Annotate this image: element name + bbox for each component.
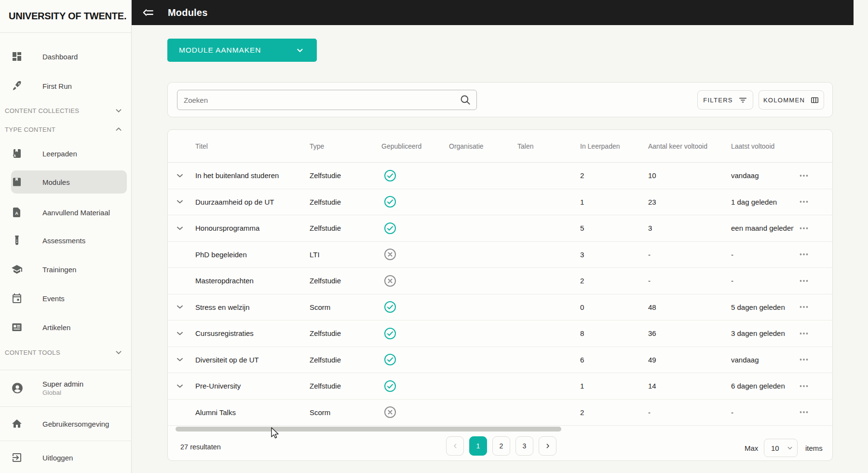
search-input[interactable] (177, 96, 459, 104)
table-body: In het buitenland studeren Zelfstudie 2 … (168, 163, 832, 426)
sidebar-divider (0, 370, 132, 370)
sidebar-item-label: First Run (42, 82, 72, 90)
row-menu-icon[interactable] (798, 170, 810, 181)
pagination-page-2[interactable]: 2 (492, 436, 510, 456)
row-menu-icon[interactable] (798, 196, 810, 208)
sidebar-item-label: Aanvullend Materiaal (42, 209, 110, 217)
published-check-icon (384, 353, 396, 366)
sidebar-item-leerpaden[interactable]: A Leerpaden (11, 142, 127, 165)
module-aantal-voltooid: 10 (648, 171, 731, 180)
sidebar-section-content-tools[interactable]: CONTENT TOOLS (5, 347, 127, 358)
sidebar-item-assessments[interactable]: Assessments (11, 229, 127, 252)
sidebar-item-gebruikersomgeving[interactable]: Gebruikersomgeving (11, 412, 127, 435)
row-menu-icon[interactable] (798, 275, 810, 287)
column-header-in-leerpaden[interactable]: In Leerpaden (580, 142, 648, 150)
results-count: 27 resultaten (180, 443, 221, 451)
search-box (177, 90, 477, 110)
row-menu-icon[interactable] (798, 380, 810, 392)
module-laatst-voltooid: vandaag (731, 171, 794, 180)
module-laatst-voltooid: 6 dagen geleden (731, 382, 794, 390)
module-title: PhD begeleiden (192, 250, 310, 259)
search-icon[interactable] (459, 94, 472, 106)
sidebar-item-first-run[interactable]: First Run (11, 74, 127, 97)
sidebar-item-dashboard[interactable]: Dashboard (11, 45, 127, 68)
row-menu-icon[interactable] (798, 354, 810, 365)
table-row: Honoursprogramma Zelfstudie 5 3 een maan… (168, 215, 832, 242)
row-menu-icon[interactable] (798, 406, 810, 418)
column-header-aantal-keer-voltooid[interactable]: Aantal keer voltooid (648, 142, 731, 150)
column-header-titel[interactable]: Titel (192, 142, 310, 150)
artikelen-icon (11, 321, 23, 333)
column-header-type[interactable]: Type (310, 142, 381, 150)
module-type: Zelfstudie (310, 277, 381, 285)
expand-row-icon[interactable] (175, 354, 185, 365)
module-laatst-voltooid: 3 dagen geleden (731, 329, 794, 337)
column-header-laatst-voltooid[interactable]: Laatst voltooid (731, 142, 794, 150)
row-menu-icon[interactable] (798, 328, 810, 339)
sidebar-divider (0, 441, 132, 441)
filters-button[interactable]: FILTERS (697, 90, 753, 110)
expand-row-icon[interactable] (175, 381, 185, 391)
module-type: Scorm (310, 303, 381, 311)
sidebar-item-aanvullend-materiaal[interactable]: A Aanvullend Materiaal (11, 201, 127, 224)
sidebar-item-events[interactable]: Events (11, 287, 127, 310)
pagination-next-button[interactable] (539, 436, 556, 456)
sidebar-item-label: Trainingen (42, 265, 76, 274)
trainingen-icon (11, 264, 23, 275)
brand-logo: UNIVERSITY OF TWENTE. (0, 0, 131, 33)
expand-row-icon[interactable] (175, 170, 185, 181)
pagination-prev-button[interactable] (446, 436, 464, 456)
horizontal-scrollbar[interactable] (176, 427, 561, 431)
module-aantal-voltooid: 48 (648, 303, 731, 311)
max-items-select[interactable]: 10 (764, 439, 798, 457)
expand-row-icon[interactable] (175, 196, 185, 207)
published-check-icon (384, 195, 396, 208)
collapse-sidebar-button[interactable] (140, 4, 156, 21)
assessments-icon (11, 235, 23, 246)
sidebar-item-trainingen[interactable]: Trainingen (11, 258, 127, 281)
module-in-leerpaden: 2 (580, 277, 648, 285)
table-row: Duurzaamheid op de UT Zelfstudie 1 23 1 … (168, 189, 832, 216)
sidebar-divider (0, 406, 132, 407)
module-type: Zelfstudie (310, 329, 381, 337)
expand-row-icon[interactable] (175, 223, 185, 234)
module-in-leerpaden: 3 (580, 250, 648, 259)
sidebar-item-artikelen[interactable]: Artikelen (11, 316, 127, 339)
sidebar-item-label: Events (42, 294, 65, 303)
module-aantal-voltooid: 23 (648, 198, 731, 206)
svg-text:A: A (15, 211, 18, 216)
expand-row-icon[interactable] (175, 328, 185, 339)
user-menu[interactable]: Super admin Global (11, 376, 127, 401)
module-in-leerpaden: 5 (580, 224, 648, 232)
module-in-leerpaden: 1 (580, 198, 648, 206)
table-row: Pre-University Zelfstudie 1 14 6 dagen g… (168, 373, 832, 400)
pagination-page-1[interactable]: 1 (469, 436, 487, 456)
row-menu-icon[interactable] (798, 249, 810, 260)
sidebar-section-type-content[interactable]: TYPE CONTENT (5, 124, 127, 135)
filter-icon (738, 96, 747, 105)
pagination: 1 2 3 (446, 436, 556, 456)
pagination-page-3[interactable]: 3 (515, 436, 533, 456)
module-aanmaken-button[interactable]: MODULE AANMAKEN (167, 39, 317, 62)
table-footer: 27 resultaten 1 2 3 Max 10 items (168, 432, 832, 461)
row-menu-icon[interactable] (798, 301, 810, 313)
column-header-organisatie[interactable]: Organisatie (449, 142, 517, 150)
expand-row-icon[interactable] (175, 302, 185, 312)
sidebar-item-modules[interactable]: Modules (11, 170, 127, 194)
unpublished-x-icon (384, 248, 396, 261)
column-header-gepubliceerd[interactable]: Gepubliceerd (381, 142, 449, 150)
module-type: Zelfstudie (310, 198, 381, 206)
sidebar-item-uitloggen[interactable]: Uitloggen (11, 446, 127, 469)
filters-label: FILTERS (703, 97, 733, 104)
module-title: Stress en welzijn (192, 303, 310, 311)
sidebar-item-label: Assessments (42, 236, 85, 245)
kolommen-button[interactable]: KOLOMMEN (759, 90, 824, 110)
column-header-talen[interactable]: Talen (517, 142, 580, 150)
row-menu-icon[interactable] (798, 223, 810, 234)
sidebar-item-label: Artikelen (42, 323, 70, 332)
sidebar-section-content-collecties[interactable]: CONTENT COLLECTIES (5, 105, 127, 116)
module-laatst-voltooid: - (731, 408, 794, 417)
module-type: Zelfstudie (310, 356, 381, 364)
user-name: Super admin (42, 379, 83, 389)
module-aantal-voltooid: - (648, 250, 731, 259)
